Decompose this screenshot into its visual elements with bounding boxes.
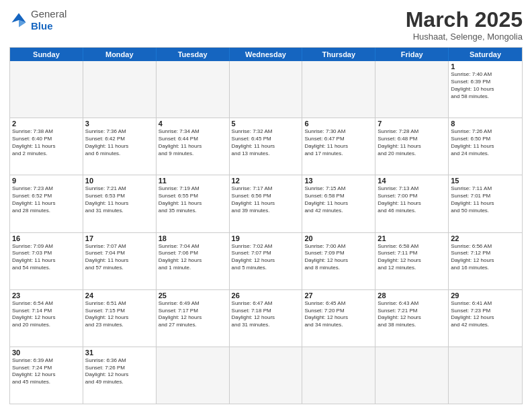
day-number: 15 [451, 177, 520, 185]
sun-info: Sunrise: 7:13 AM Sunset: 7:00 PM Dayligh… [378, 185, 446, 214]
day-number: 10 [85, 177, 154, 185]
sun-info: Sunrise: 7:04 AM Sunset: 7:06 PM Dayligh… [159, 243, 227, 272]
day-number: 24 [85, 291, 154, 300]
sun-info: Sunrise: 6:58 AM Sunset: 7:11 PM Dayligh… [378, 243, 446, 272]
calendar-cell: 29Sunrise: 6:41 AM Sunset: 7:23 PM Dayli… [449, 290, 522, 347]
sun-info: Sunrise: 7:32 AM Sunset: 6:45 PM Dayligh… [232, 128, 300, 157]
calendar-row: 9Sunrise: 7:23 AM Sunset: 6:52 PM Daylig… [10, 175, 522, 232]
calendar-header: SundayMondayTuesdayWednesdayThursdayFrid… [10, 48, 522, 61]
sun-info: Sunrise: 6:47 AM Sunset: 7:18 PM Dayligh… [232, 300, 300, 329]
sun-info: Sunrise: 7:38 AM Sunset: 6:40 PM Dayligh… [12, 128, 81, 157]
calendar-cell: 21Sunrise: 6:58 AM Sunset: 7:11 PM Dayli… [375, 233, 449, 289]
sun-info: Sunrise: 6:45 AM Sunset: 7:20 PM Dayligh… [304, 300, 373, 329]
day-number: 26 [232, 291, 300, 300]
sun-info: Sunrise: 6:41 AM Sunset: 7:23 PM Dayligh… [451, 300, 520, 329]
day-number: 14 [378, 177, 446, 185]
calendar-cell [157, 61, 230, 118]
calendar-cell: 19Sunrise: 7:02 AM Sunset: 7:07 PM Dayli… [230, 233, 303, 289]
calendar-cell: 22Sunrise: 6:56 AM Sunset: 7:12 PM Dayli… [449, 233, 522, 289]
weekday-header: Sunday [10, 48, 83, 61]
day-number: 31 [85, 349, 154, 357]
sun-info: Sunrise: 6:36 AM Sunset: 7:26 PM Dayligh… [85, 357, 154, 386]
day-number: 21 [378, 234, 446, 242]
sun-info: Sunrise: 7:23 AM Sunset: 6:52 PM Dayligh… [12, 185, 81, 214]
sun-info: Sunrise: 7:02 AM Sunset: 7:07 PM Dayligh… [232, 243, 300, 272]
calendar-cell: 13Sunrise: 7:15 AM Sunset: 6:58 PM Dayli… [302, 175, 375, 232]
sun-info: Sunrise: 7:28 AM Sunset: 6:48 PM Dayligh… [378, 128, 446, 157]
day-number: 7 [378, 120, 446, 128]
calendar-row: 16Sunrise: 7:09 AM Sunset: 7:03 PM Dayli… [10, 232, 522, 289]
day-number: 5 [232, 120, 300, 128]
calendar-cell [10, 61, 83, 118]
calendar-cell: 9Sunrise: 7:23 AM Sunset: 6:52 PM Daylig… [10, 175, 83, 232]
calendar-cell: 8Sunrise: 7:26 AM Sunset: 6:50 PM Daylig… [449, 118, 522, 175]
day-number: 25 [159, 291, 227, 300]
location: Hushaat, Selenge, Mongolia [406, 32, 523, 42]
day-number: 22 [451, 234, 520, 242]
weekday-header: Wednesday [230, 48, 303, 61]
sun-info: Sunrise: 7:00 AM Sunset: 7:09 PM Dayligh… [304, 243, 373, 272]
logo-general-text: General [31, 8, 66, 19]
day-number: 18 [159, 234, 227, 242]
calendar-cell: 28Sunrise: 6:43 AM Sunset: 7:21 PM Dayli… [375, 290, 449, 347]
sun-info: Sunrise: 7:36 AM Sunset: 6:42 PM Dayligh… [85, 128, 154, 157]
calendar-cell: 16Sunrise: 7:09 AM Sunset: 7:03 PM Dayli… [10, 233, 83, 289]
calendar-cell [375, 61, 449, 118]
header: General Blue March 2025 Hushaat, Selenge… [9, 8, 523, 42]
sun-info: Sunrise: 6:51 AM Sunset: 7:15 PM Dayligh… [85, 300, 154, 329]
sun-info: Sunrise: 7:40 AM Sunset: 6:39 PM Dayligh… [451, 71, 520, 100]
weekday-header: Thursday [302, 48, 375, 61]
weekday-header: Friday [375, 48, 449, 61]
sun-info: Sunrise: 6:43 AM Sunset: 7:21 PM Dayligh… [378, 300, 446, 329]
calendar-cell: 10Sunrise: 7:21 AM Sunset: 6:53 PM Dayli… [83, 175, 157, 232]
calendar-cell [449, 347, 522, 404]
weekday-header: Monday [83, 48, 157, 61]
calendar-cell [302, 347, 375, 404]
day-number: 2 [12, 120, 81, 128]
day-number: 1 [451, 62, 520, 71]
calendar-cell: 17Sunrise: 7:07 AM Sunset: 7:04 PM Dayli… [83, 233, 157, 289]
calendar-cell: 15Sunrise: 7:11 AM Sunset: 7:01 PM Dayli… [449, 175, 522, 232]
calendar-cell: 3Sunrise: 7:36 AM Sunset: 6:42 PM Daylig… [83, 118, 157, 175]
sun-info: Sunrise: 7:15 AM Sunset: 6:58 PM Dayligh… [304, 185, 373, 214]
sun-info: Sunrise: 7:09 AM Sunset: 7:03 PM Dayligh… [12, 243, 81, 272]
day-number: 12 [232, 177, 300, 185]
calendar-cell [375, 347, 449, 404]
day-number: 17 [85, 234, 154, 242]
day-number: 20 [304, 234, 373, 242]
day-number: 4 [159, 120, 227, 128]
calendar-cell: 30Sunrise: 6:39 AM Sunset: 7:24 PM Dayli… [10, 347, 83, 404]
calendar-cell [83, 61, 157, 118]
logo-blue-text: Blue [31, 20, 53, 32]
day-number: 6 [304, 120, 373, 128]
calendar-cell: 26Sunrise: 6:47 AM Sunset: 7:18 PM Dayli… [230, 290, 303, 347]
logo-text: General Blue [31, 8, 66, 32]
calendar-body: 1Sunrise: 7:40 AM Sunset: 6:39 PM Daylig… [10, 61, 522, 404]
day-number: 30 [12, 349, 81, 357]
calendar-cell: 25Sunrise: 6:49 AM Sunset: 7:17 PM Dayli… [157, 290, 230, 347]
calendar-cell: 12Sunrise: 7:17 AM Sunset: 6:56 PM Dayli… [230, 175, 303, 232]
calendar-row: 23Sunrise: 6:54 AM Sunset: 7:14 PM Dayli… [10, 289, 522, 347]
calendar-cell: 4Sunrise: 7:34 AM Sunset: 6:44 PM Daylig… [157, 118, 230, 175]
sun-info: Sunrise: 7:34 AM Sunset: 6:44 PM Dayligh… [159, 128, 227, 157]
sun-info: Sunrise: 7:30 AM Sunset: 6:47 PM Dayligh… [304, 128, 373, 157]
sun-info: Sunrise: 7:26 AM Sunset: 6:50 PM Dayligh… [451, 128, 520, 157]
calendar-cell: 24Sunrise: 6:51 AM Sunset: 7:15 PM Dayli… [83, 290, 157, 347]
day-number: 29 [451, 291, 520, 300]
day-number: 19 [232, 234, 300, 242]
day-number: 3 [85, 120, 154, 128]
calendar-row: 1Sunrise: 7:40 AM Sunset: 6:39 PM Daylig… [10, 61, 522, 118]
calendar-row: 30Sunrise: 6:39 AM Sunset: 7:24 PM Dayli… [10, 347, 522, 404]
logo: General Blue [9, 8, 66, 32]
month-year: March 2025 [406, 8, 523, 32]
day-number: 16 [12, 234, 81, 242]
calendar-cell: 1Sunrise: 7:40 AM Sunset: 6:39 PM Daylig… [449, 61, 522, 118]
calendar: SundayMondayTuesdayWednesdayThursdayFrid… [9, 47, 523, 404]
sun-info: Sunrise: 6:54 AM Sunset: 7:14 PM Dayligh… [12, 300, 81, 329]
calendar-cell: 27Sunrise: 6:45 AM Sunset: 7:20 PM Dayli… [302, 290, 375, 347]
day-number: 13 [304, 177, 373, 185]
calendar-cell [157, 347, 230, 404]
calendar-cell: 2Sunrise: 7:38 AM Sunset: 6:40 PM Daylig… [10, 118, 83, 175]
calendar-cell: 20Sunrise: 7:00 AM Sunset: 7:09 PM Dayli… [302, 233, 375, 289]
calendar-cell: 23Sunrise: 6:54 AM Sunset: 7:14 PM Dayli… [10, 290, 83, 347]
